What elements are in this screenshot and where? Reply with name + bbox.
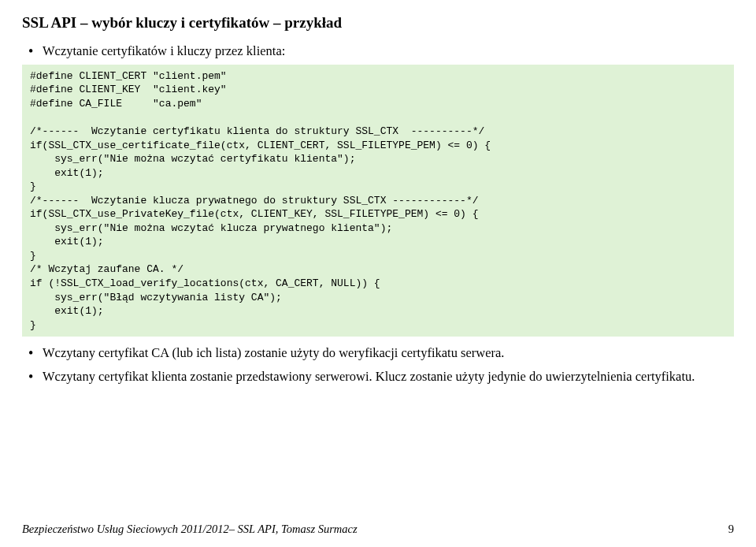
bullet-list: Wczytanie certyfikatów i kluczy przez kl… — [22, 43, 734, 385]
bullet-text: Wczytany certyfikat CA (lub ich lista) z… — [43, 345, 504, 360]
footer-page-number: 9 — [728, 523, 734, 536]
footer-left: Bezpieczeństwo Usług Sieciowych 2011/201… — [22, 523, 358, 536]
page-title: SSL API – wybór kluczy i certyfikatów – … — [22, 14, 734, 32]
bullet-text: Wczytanie certyfikatów i kluczy przez kl… — [43, 43, 285, 58]
page: SSL API – wybór kluczy i certyfikatów – … — [0, 0, 756, 547]
list-item: Wczytanie certyfikatów i kluczy przez kl… — [43, 43, 734, 337]
page-footer: Bezpieczeństwo Usług Sieciowych 2011/201… — [22, 523, 734, 536]
bullet-text: Wczytany certyfikat klienta zostanie prz… — [43, 369, 695, 384]
list-item: Wczytany certyfikat klienta zostanie prz… — [43, 368, 734, 385]
code-block: #define CLIENT_CERT "client.pem" #define… — [22, 65, 734, 337]
list-item: Wczytany certyfikat CA (lub ich lista) z… — [43, 344, 734, 362]
